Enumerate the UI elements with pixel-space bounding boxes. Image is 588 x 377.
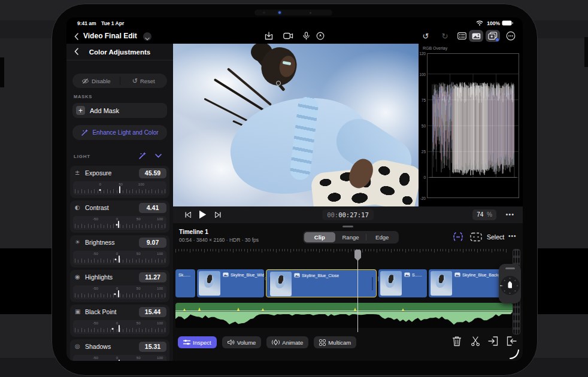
delete-icon[interactable] (452, 336, 462, 346)
ruler-tick (158, 189, 159, 193)
timeline-more-icon[interactable]: ••• (508, 233, 517, 239)
mode-edge[interactable]: Edge (366, 232, 398, 242)
undo-icon[interactable]: ↺ (419, 30, 433, 42)
timeline-clip[interactable]: Skyline_Blue_Close (266, 269, 377, 297)
ruler-tick (469, 249, 469, 251)
ruler-tick (305, 249, 305, 253)
ruler-tick (78, 329, 78, 332)
slider-thumb[interactable] (119, 256, 120, 263)
effects-icon[interactable] (486, 30, 500, 42)
light-wand-icon[interactable] (138, 151, 147, 160)
jog-drag-handle[interactable] (505, 267, 515, 269)
ruler-tick (175, 249, 176, 253)
jog-wheel-widget[interactable] (499, 264, 521, 303)
mode-range[interactable]: Range (335, 232, 366, 242)
enhance-button[interactable]: Enhance Light and Color (72, 125, 167, 140)
ruler-tick (81, 224, 82, 228)
disable-button[interactable]: Disable (72, 78, 120, 84)
media-browser-icon[interactable] (469, 30, 483, 42)
viewer-canvas[interactable] (173, 44, 419, 206)
ruler-tick (155, 294, 156, 297)
clip-name: Sk...... (178, 273, 190, 277)
ruler-tick (420, 249, 420, 253)
add-mask-label: Add Mask (90, 107, 119, 114)
slider-ruler[interactable]: -50050100 (73, 320, 166, 334)
import-icon[interactable] (262, 30, 276, 42)
ruler-tick (498, 249, 498, 251)
magnetic-timeline-icon[interactable] (452, 232, 464, 242)
microphone-icon[interactable] (299, 30, 313, 42)
ruler-tick (155, 225, 156, 228)
play-button-icon[interactable] (199, 210, 207, 219)
playhead-line[interactable] (357, 260, 358, 332)
slider-thumb[interactable] (119, 186, 120, 193)
ruler-tick (146, 328, 146, 332)
pencil-corner-curl[interactable] (509, 348, 521, 360)
insert-media-icon[interactable] (488, 336, 499, 346)
ruler-tick (233, 249, 234, 253)
ruler-tick (151, 189, 152, 193)
audio-track[interactable] (175, 303, 513, 328)
select-button[interactable]: Select (487, 233, 504, 241)
inspector-icon[interactable] (454, 30, 469, 42)
resize-handle[interactable] (343, 226, 353, 227)
slider-value[interactable]: 15.31 (139, 342, 166, 352)
slider-ruler[interactable]: -50050100 (73, 216, 166, 230)
timeline-clip[interactable]: Sk...... (175, 269, 195, 297)
slider-ruler[interactable]: -50050100 (73, 285, 166, 299)
ruler-tick (132, 328, 133, 332)
slider-value[interactable]: 9.07 (139, 238, 166, 248)
slider-thumb[interactable] (118, 290, 119, 297)
ruler-tick (81, 328, 82, 332)
ruler-tick (383, 249, 383, 251)
ruler-tick (293, 249, 294, 251)
light-collapse-chevron-icon[interactable] (155, 154, 162, 158)
ruler-tick (486, 249, 486, 251)
slider-value[interactable]: 15.44 (139, 307, 166, 317)
viewer-zoom-control[interactable]: 74 % (472, 209, 496, 220)
ruler-tick (91, 190, 92, 193)
append-media-icon[interactable] (506, 336, 517, 346)
slider-thumb[interactable] (119, 360, 120, 361)
mode-clip[interactable]: Clip (304, 232, 335, 242)
pencil-draw-icon[interactable] (313, 30, 328, 42)
slider-value[interactable]: 45.59 (139, 168, 166, 178)
selection-tool-icon[interactable] (470, 232, 482, 242)
slider-card-black-point: ▣Black Point15.44-50050100 (70, 305, 169, 337)
slider-scale-label: -50 (93, 252, 98, 256)
slider-thumb[interactable] (118, 221, 119, 228)
slider-thumb[interactable] (119, 325, 120, 332)
ruler-tick (148, 260, 149, 263)
timeline-ruler[interactable]: 00:00:1500:00:3000:00:45 (173, 249, 523, 260)
viewer-more-icon[interactable]: ••• (505, 211, 514, 218)
project-menu-button[interactable] (143, 32, 151, 41)
ruler-tick (374, 249, 374, 251)
ruler-tick (110, 329, 111, 332)
inspect-button[interactable]: Inspect (178, 336, 217, 348)
slider-ruler[interactable]: -50050100 (73, 355, 166, 361)
project-title[interactable]: Video Final Edit (83, 32, 137, 40)
slider-value[interactable]: 4.41 (139, 203, 166, 213)
camera-icon[interactable] (281, 30, 295, 42)
slider-value[interactable]: 11.27 (139, 272, 166, 282)
slider-ruler[interactable]: -50050100 (73, 251, 166, 264)
next-frame-icon[interactable] (215, 212, 221, 218)
blade-scissors-icon[interactable] (470, 336, 481, 346)
add-mask-button[interactable]: + Add Mask (72, 103, 167, 118)
volume-button[interactable]: Volume (222, 336, 262, 348)
slider-ruler[interactable]: 050100 (73, 181, 166, 195)
previous-frame-icon[interactable] (185, 212, 191, 218)
ruler-tick (162, 190, 162, 193)
back-chevron-icon[interactable] (74, 33, 78, 40)
timeline-clip[interactable]: S...... (378, 269, 427, 297)
ruler-tick (348, 249, 348, 253)
slider-scale-label: 0 (116, 321, 118, 325)
more-options-icon[interactable] (504, 30, 518, 42)
redo-icon[interactable]: ↻ (438, 30, 452, 42)
multicam-button[interactable]: Multicam (314, 336, 356, 348)
notification-dot (496, 38, 499, 41)
timecode-display[interactable]: 00:00:27:17 (322, 209, 374, 220)
animate-button[interactable]: Animate (266, 336, 308, 348)
timeline-clip[interactable]: Skyline_Blue_Wide (197, 269, 264, 297)
reset-button[interactable]: ↺ Reset (120, 77, 168, 85)
